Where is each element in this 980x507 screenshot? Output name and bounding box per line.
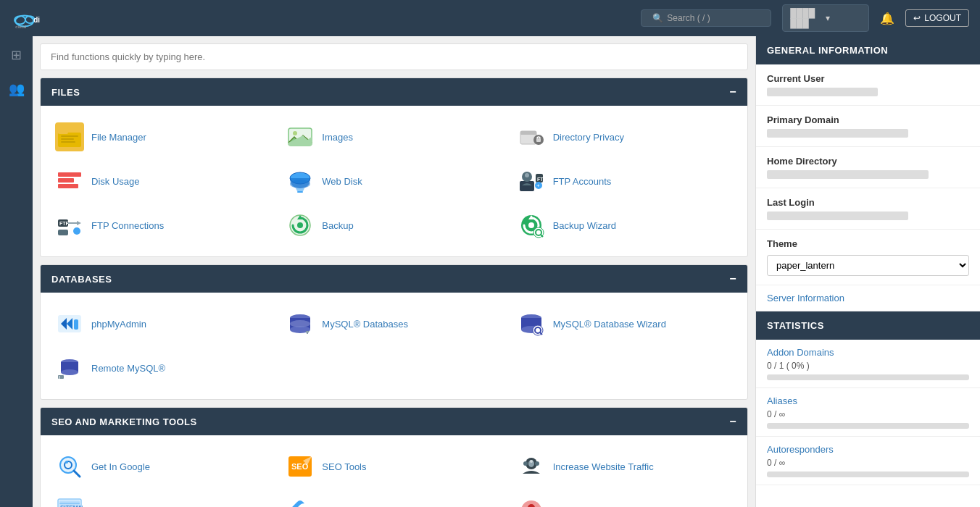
phpmyadmin-item[interactable]: phpMyAdmin <box>51 303 275 344</box>
mysql-databases-icon <box>286 309 315 338</box>
svg-rect-8 <box>61 135 78 137</box>
ftp-connections-item[interactable]: FTP FTP Connections <box>51 205 275 246</box>
ftp-connections-icon: FTP <box>55 211 84 240</box>
last-login-label: Last Login <box>767 197 969 208</box>
search-icon: 🔍 <box>652 13 663 23</box>
header: di cloud 🔍 Search ( / ) ████ ███ ▾ 🔔 ↩ L… <box>0 0 980 36</box>
file-manager-item[interactable]: File Manager <box>51 117 275 157</box>
remote-mysql-icon <box>55 353 84 382</box>
web-disk-label: Web Disk <box>322 176 362 187</box>
statistics-title: STATISTICS <box>767 320 824 331</box>
svg-rect-14 <box>520 131 536 135</box>
header-search-box[interactable]: 🔍 Search ( / ) <box>641 9 771 27</box>
remote-mysql-item[interactable]: Remote MySQL® <box>51 348 275 388</box>
svg-rect-47 <box>74 319 78 330</box>
backup-wizard-icon <box>517 211 546 240</box>
sidebar-grid-icon[interactable]: ⊞ <box>7 43 25 67</box>
seo-resellers-item[interactable]: SEO for Resellers & <box>513 490 736 507</box>
ftp-connections-label: FTP Connections <box>91 220 164 231</box>
svg-point-26 <box>525 173 529 177</box>
get-in-google-item[interactable]: Get In Google <box>51 446 275 487</box>
link-building-item[interactable]: Link Building <box>282 490 505 507</box>
website-traffic-label: Increase Website Traffic <box>553 461 654 472</box>
logout-button[interactable]: ↩ LOGOUT <box>905 9 969 27</box>
quick-search-input[interactable] <box>40 43 748 70</box>
seo-section-title: SEO AND MARKETING TOOLS <box>51 416 197 427</box>
server-info-label: Server Information <box>767 293 844 303</box>
sidebar: ⊞ 👥 <box>0 36 33 507</box>
aliases-link[interactable]: Aliases <box>767 395 969 406</box>
theme-select[interactable]: paper_lantern x3 default <box>767 255 969 276</box>
autoresponders-value: 0 / ∞ <box>767 458 969 468</box>
search-label: Search ( / ) <box>667 13 710 23</box>
seo-tools-item[interactable]: SEO SEO Tools <box>282 446 505 487</box>
directory-privacy-icon <box>517 122 546 151</box>
backup-label: Backup <box>322 220 353 231</box>
svg-rect-9 <box>61 138 74 140</box>
home-directory-value <box>767 170 929 179</box>
images-label: Images <box>322 132 353 143</box>
ftp-accounts-item[interactable]: FTP+ FTP Accounts <box>513 161 736 201</box>
content-area: FILES − File Manager Images <box>33 36 755 507</box>
backup-wizard-item[interactable]: Backup Wizard <box>513 205 736 246</box>
addon-domains-link[interactable]: Addon Domains <box>767 347 969 358</box>
seo-section: SEO AND MARKETING TOOLS − Get In Google … <box>40 407 748 507</box>
last-login-section: Last Login <box>756 188 980 230</box>
svg-rect-7 <box>58 130 68 134</box>
ftp-accounts-label: FTP Accounts <box>553 176 612 187</box>
user-dropdown[interactable]: ████ ███ ▾ <box>782 4 869 32</box>
svg-marker-35 <box>77 221 81 225</box>
backup-item[interactable]: Backup <box>282 205 505 246</box>
web-disk-item[interactable]: Web Disk <box>282 161 505 201</box>
seo-tools-label: SEO Tools <box>322 461 366 472</box>
mysql-databases-label: MySQL® Databases <box>322 319 408 330</box>
directory-privacy-label: Directory Privacy <box>553 132 624 143</box>
get-in-google-icon <box>55 452 84 481</box>
autoresponders-link[interactable]: Autoresponders <box>767 444 969 455</box>
notifications-bell-icon[interactable]: 🔔 <box>880 12 894 25</box>
mysql-wizard-item[interactable]: MySQL® Database Wizard <box>513 303 736 344</box>
backup-icon <box>286 211 315 240</box>
website-traffic-item[interactable]: Increase Website Traffic <box>513 446 736 487</box>
svg-point-51 <box>290 320 310 327</box>
seo-collapse-icon[interactable]: − <box>729 415 736 428</box>
file-manager-icon <box>55 122 84 151</box>
logout-label: LOGOUT <box>924 13 961 23</box>
svg-point-42 <box>528 222 534 228</box>
svg-text:FTP: FTP <box>59 221 70 226</box>
primary-domain-label: Primary Domain <box>767 114 969 125</box>
current-user-label: Current User <box>767 73 969 84</box>
home-directory-label: Home Directory <box>767 156 969 167</box>
svg-point-75 <box>530 460 533 463</box>
images-item[interactable]: Images <box>282 117 505 157</box>
svg-point-36 <box>73 227 80 235</box>
web-disk-icon <box>286 167 315 196</box>
addon-domains-bar-container <box>767 374 969 380</box>
sidebar-users-icon[interactable]: 👥 <box>5 77 28 101</box>
mysql-wizard-label: MySQL® Database Wizard <box>553 319 666 330</box>
svg-point-72 <box>523 461 528 466</box>
mysql-databases-item[interactable]: MySQL® Databases <box>282 303 505 344</box>
svg-rect-24 <box>520 181 534 191</box>
sitemap-item[interactable]: SITEMAP One-Click Sitemap <box>51 490 275 507</box>
theme-label: Theme <box>767 238 969 249</box>
files-section-title: FILES <box>51 87 80 98</box>
website-traffic-icon <box>517 452 546 481</box>
svg-text:cloud: cloud <box>15 23 26 28</box>
databases-collapse-icon[interactable]: − <box>729 272 736 285</box>
theme-section: Theme paper_lantern x3 default <box>756 230 980 285</box>
chevron-down-icon: ▾ <box>826 13 861 23</box>
server-info-link[interactable]: Server Information <box>756 285 980 311</box>
seo-section-content: Get In Google SEO SEO Tools Increase Web… <box>41 435 747 507</box>
databases-section-header: DATABASES − <box>41 265 747 293</box>
phpmyadmin-icon <box>55 309 84 338</box>
phpmyadmin-label: phpMyAdmin <box>91 319 146 330</box>
disk-usage-item[interactable]: Disk Usage <box>51 161 275 201</box>
files-collapse-icon[interactable]: − <box>729 85 736 99</box>
stat-aliases: Aliases 0 / ∞ <box>756 388 980 437</box>
get-in-google-label: Get In Google <box>91 461 150 472</box>
directory-privacy-item[interactable]: Directory Privacy <box>513 117 736 157</box>
svg-text:di: di <box>33 16 40 24</box>
databases-section-title: DATABASES <box>51 274 112 285</box>
statistics-header: STATISTICS <box>756 311 980 340</box>
